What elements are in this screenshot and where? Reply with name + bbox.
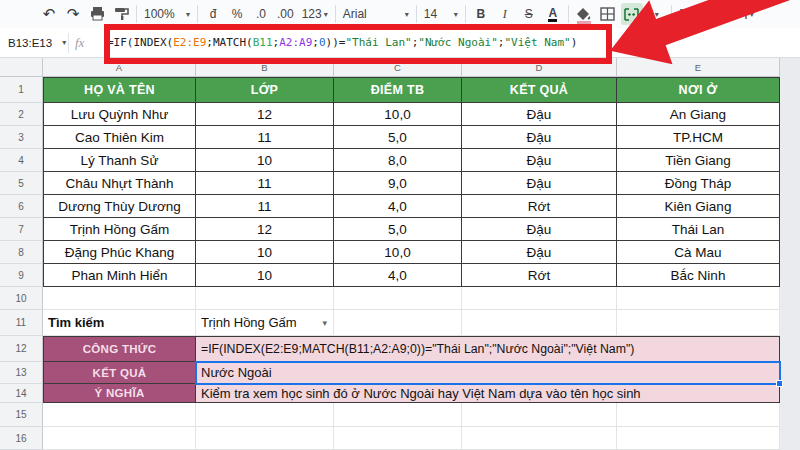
row-header-14[interactable]: 14 <box>0 384 43 403</box>
cell-D4[interactable]: Đậu <box>462 149 617 172</box>
cell-C9[interactable]: 4,0 <box>334 264 462 287</box>
font-size-select[interactable]: 14 ▾ <box>421 3 461 25</box>
row-header-12[interactable]: 12 <box>0 336 43 362</box>
formula-text[interactable]: =IF(INDEX(E2:E9;MATCH(B11;A2:A9;0))="Thá… <box>107 36 577 49</box>
cell-A2[interactable]: Lưu Quỳnh Như <box>43 103 196 126</box>
cell-C3[interactable]: 5,0 <box>334 126 462 149</box>
name-box[interactable]: B13:E13 ▾ <box>0 37 62 49</box>
column-header-D[interactable]: D <box>462 58 617 77</box>
cell-E5[interactable]: Đồng Tháp <box>617 172 780 195</box>
undo-button[interactable]: ↶ <box>38 3 60 25</box>
row-header-13[interactable]: 13 <box>0 362 43 384</box>
cell-C4[interactable]: 8,0 <box>334 149 462 172</box>
cell-A7[interactable]: Trịnh Hồng Gấm <box>43 218 196 241</box>
cell-D8[interactable]: Đậu <box>462 241 617 264</box>
decrease-decimal-button[interactable]: .0 <box>250 3 272 25</box>
column-header-C[interactable]: C <box>334 58 462 77</box>
dropdown-arrow-icon[interactable]: ▾ <box>322 318 327 328</box>
increase-decimal-button[interactable]: .00 <box>274 3 297 25</box>
column-header-B[interactable]: B <box>196 58 334 77</box>
cell-A10[interactable] <box>43 287 196 310</box>
cell-A4[interactable]: Lý Thanh Sử <box>43 149 196 172</box>
cell-D9[interactable]: Rớt <box>462 264 617 287</box>
cell-B2[interactable]: 12 <box>196 103 334 126</box>
print-button[interactable] <box>86 3 108 25</box>
column-header-A[interactable]: A <box>43 58 196 77</box>
cell-C5[interactable]: 9,0 <box>334 172 462 195</box>
cell-A11[interactable]: Tìm kiếm <box>43 310 196 336</box>
cell-B10[interactable] <box>196 287 334 310</box>
cell-E2[interactable]: An Giang <box>617 103 780 126</box>
merge-options-button[interactable]: ▾ <box>645 3 667 25</box>
cell-A1[interactable]: HỌ VÀ TÊN <box>43 77 196 103</box>
cell-E15[interactable] <box>617 403 780 427</box>
cell-D16[interactable] <box>462 427 617 450</box>
fill-handle[interactable] <box>776 380 783 387</box>
cell-C11[interactable] <box>334 310 462 336</box>
row-header-5[interactable]: 5 <box>0 172 43 195</box>
row-header-11[interactable]: 11 <box>0 310 43 336</box>
row-header-4[interactable]: 4 <box>0 149 43 172</box>
column-header-E[interactable]: E <box>617 58 780 77</box>
cell-C1[interactable]: ĐIỂM TB <box>334 77 462 103</box>
cell-B11-search-dropdown[interactable]: Trịnh Hồng Gấm▾ <box>196 310 334 336</box>
fill-color-button[interactable] <box>573 3 595 25</box>
cell-B4[interactable]: 10 <box>196 149 334 172</box>
cell-C7[interactable]: 5,0 <box>334 218 462 241</box>
cell-A9[interactable]: Phan Minh Hiển <box>43 264 196 287</box>
cell-E16[interactable] <box>617 427 780 450</box>
row-header-7[interactable]: 7 <box>0 218 43 241</box>
info-label-12[interactable]: CÔNG THỨC <box>43 336 196 362</box>
italic-button[interactable]: I <box>494 3 516 25</box>
borders-button[interactable] <box>597 3 619 25</box>
cell-A3[interactable]: Cao Thiên Kim <box>43 126 196 149</box>
cell-D5[interactable]: Đậu <box>462 172 617 195</box>
row-header-10[interactable]: 10 <box>0 287 43 310</box>
cell-D3[interactable]: Đậu <box>462 126 617 149</box>
cell-C2[interactable]: 10,0 <box>334 103 462 126</box>
cell-B5[interactable]: 11 <box>196 172 334 195</box>
select-all-corner[interactable] <box>0 58 43 77</box>
row-header-1[interactable]: 1 <box>0 77 43 103</box>
row-header-2[interactable]: 2 <box>0 103 43 126</box>
font-family-select[interactable]: Arial ▾ <box>340 3 412 25</box>
horizontal-align-button[interactable]: ▾ <box>676 3 702 25</box>
cell-D15[interactable] <box>462 403 617 427</box>
row-header-6[interactable]: 6 <box>0 195 43 218</box>
row-header-16[interactable]: 16 <box>0 427 43 450</box>
cell-B1[interactable]: LỚP <box>196 77 334 103</box>
percent-format-button[interactable]: % <box>226 3 248 25</box>
cell-C10[interactable] <box>334 287 462 310</box>
bold-button[interactable]: B <box>470 3 492 25</box>
cell-C16[interactable] <box>334 427 462 450</box>
cell-E1[interactable]: NƠI Ở <box>617 77 780 103</box>
cell-D6[interactable]: Rớt <box>462 195 617 218</box>
cell-B12[interactable]: =IF(INDEX(E2:E9;MATCH(B11;A2:A9;0))="Thá… <box>196 336 780 362</box>
cell-A5[interactable]: Châu Nhựt Thành <box>43 172 196 195</box>
info-label-14[interactable]: Ý NGHĨA <box>43 384 196 403</box>
cell-B13[interactable]: Nước Ngoài <box>196 362 780 384</box>
cell-A6[interactable]: Dương Thùy Dương <box>43 195 196 218</box>
row-header-3[interactable]: 3 <box>0 126 43 149</box>
text-color-button[interactable]: A <box>542 3 564 25</box>
cell-C6[interactable]: 4,0 <box>334 195 462 218</box>
cell-A8[interactable]: Đặng Phúc Khang <box>43 241 196 264</box>
cell-B16[interactable] <box>196 427 334 450</box>
vertical-align-button[interactable]: ▾ <box>704 3 729 25</box>
cell-D2[interactable]: Đậu <box>462 103 617 126</box>
cell-E4[interactable]: Tiền Giang <box>617 149 780 172</box>
more-formats-button[interactable]: 123 ▾ <box>299 3 331 25</box>
row-header-15[interactable]: 15 <box>0 403 43 427</box>
cell-D1[interactable]: KẾT QUẢ <box>462 77 617 103</box>
redo-button[interactable]: ↷ <box>62 3 84 25</box>
cell-B3[interactable]: 11 <box>196 126 334 149</box>
cell-C8[interactable]: 10,0 <box>334 241 462 264</box>
cell-E6[interactable]: Kiên Giang <box>617 195 780 218</box>
paint-format-button[interactable] <box>110 3 132 25</box>
cell-A15[interactable] <box>43 403 196 427</box>
cell-D7[interactable]: Đậu <box>462 218 617 241</box>
cell-B7[interactable]: 12 <box>196 218 334 241</box>
info-label-13[interactable]: KẾT QUẢ <box>43 362 196 384</box>
cell-B6[interactable]: 11 <box>196 195 334 218</box>
zoom-select[interactable]: 100% ▾ <box>141 3 193 25</box>
